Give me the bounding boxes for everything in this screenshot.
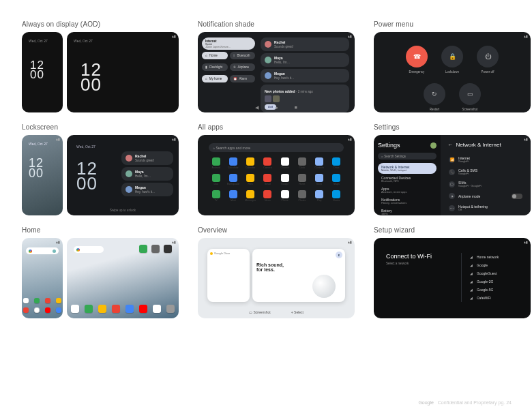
recents-icon[interactable]: ■ [295,105,297,110]
notification[interactable]: MeganHey, how's it… [121,183,173,196]
app-phone[interactable]: Phone [278,190,292,202]
app-icon[interactable] [23,307,29,313]
recent-card[interactable]: ⫿ Rich sound, for less. [252,249,345,302]
app-maps[interactable]: Maps [329,174,344,185]
app-contacts[interactable]: Contacts [312,157,327,169]
wifi-network[interactable]: ◢ CafeWiFi [470,294,518,302]
app-icon[interactable] [112,305,120,313]
app-icon[interactable] [34,307,40,313]
qs-home[interactable]: ⌂Home [202,52,228,59]
status-icons: ▲▮ [347,34,352,38]
app-icon[interactable] [45,298,50,303]
app-icon[interactable] [139,245,147,253]
notification[interactable]: MayaHello, I'm… [261,53,349,67]
wifi-icon: ◢ [470,279,474,284]
back-icon[interactable]: ◀ [255,105,258,110]
settings-nav-item[interactable]: Battery100% [378,207,437,215]
settings-nav-item[interactable]: NotificationsHistory, conversations [378,196,437,207]
notification[interactable]: MayaHello, I'm… [121,167,173,181]
profile-avatar[interactable] [430,142,437,149]
app-icon[interactable] [56,307,61,313]
wifi-network[interactable]: ◢ Google [470,261,518,269]
app-play[interactable]: Play [312,190,327,202]
app-icon[interactable] [56,298,61,303]
qs-myhome[interactable]: ⌂My home [202,75,228,82]
app-duo[interactable]: Duo [209,174,223,185]
notification[interactable]: MeganHey, how's it… [261,69,349,82]
settings-pane-item[interactable]: 📞Calls & SMSGoogleFi [447,166,524,178]
settings-pane-item[interactable]: ⋯Hotspot & tetheringOff [447,202,524,214]
wifi-network[interactable]: ◢ GoogleGuest [470,269,518,277]
settings-nav-item[interactable]: AppsAssistant, recent apps [378,185,437,196]
app-icon[interactable] [139,305,147,313]
power-restart[interactable]: ↻Restart [422,83,447,111]
app-camera[interactable]: Camera [261,157,275,169]
app-android[interactable]: Android [209,157,223,169]
app-icon[interactable] [151,245,160,253]
select-action[interactable]: ⌖ Select [291,310,304,315]
app-gmail[interactable]: Gmail [261,174,275,185]
app-calculator[interactable]: Calculator [226,157,240,169]
app-files[interactable]: Files [243,174,258,185]
app-messages[interactable]: Messages [243,190,258,202]
power-emergency[interactable]: ☎Emergency [404,46,430,74]
app-icon[interactable] [45,307,50,313]
wifi-network[interactable]: ◢ Google-5G [470,286,518,294]
search-bar[interactable] [74,246,104,253]
power-lockdown[interactable]: 🔒Lockdown [439,46,465,74]
app-chrome[interactable]: Chrome [278,157,292,169]
app-news[interactable]: News [261,190,275,202]
app-icon[interactable] [85,305,93,313]
section-label: Always on display (AOD) [22,20,179,28]
home-icon[interactable]: ● [275,105,278,110]
app-home[interactable]: Home [295,174,309,185]
split-icon[interactable]: ⫿ [336,252,342,258]
screenshot-action[interactable]: ▭ Screenshot [249,310,271,315]
settings-pane-item[interactable]: 📶InternetGoogleFi [447,153,524,166]
aod-date: Wed, Oct 27 [74,39,93,43]
mic-icon [53,249,56,253]
toggle[interactable] [512,194,522,199]
search-bar[interactable] [26,247,59,254]
qs-internet[interactable]: Internet Sprint Jackie Joyner-Kersee… [202,37,255,50]
search-icon: ⌕ [213,146,215,150]
app-drive[interactable]: Drive [329,157,344,169]
app-google[interactable]: Google [278,174,292,185]
app-tv[interactable]: TV [209,190,223,202]
app-icon[interactable] [71,305,79,313]
app-icon[interactable] [153,305,161,313]
app-books[interactable]: Books [329,190,344,202]
notification[interactable]: RachelSounds great! [261,37,349,51]
app-keep[interactable]: Keep [312,174,327,185]
qs-airplane[interactable]: ✈Airplane [230,63,256,71]
lock-phone: ▲▮ Wed, Oct 27 1200 [22,135,63,215]
recent-card[interactable]: Google Drive [207,249,250,302]
notification[interactable]: RachelSounds great! [121,151,173,165]
hero-text: Rich sound, for less. [256,262,341,272]
app-calendar[interactable]: Calendar [243,157,258,169]
app-icon[interactable] [23,298,29,303]
app-clock[interactable]: Clock [295,157,309,169]
qs-alarm[interactable]: ⏰Alarm [230,75,256,82]
settings-pane-item[interactable]: ▢SIMsGoogleFi · GoogleFi [447,178,524,190]
app-meet[interactable]: Meet [226,190,240,202]
settings-nav-item[interactable]: Connected DevicesBluetooth, NFC [378,174,437,185]
settings-pane-item[interactable]: ✈Airplane mode [447,190,524,202]
app-icon[interactable] [166,305,175,313]
app-icon[interactable] [125,305,134,313]
qs-flashlight[interactable]: ▮Flashlight [202,63,228,71]
app-icon[interactable] [164,245,172,253]
settings-search[interactable]: ⌕ Search Settings [378,153,437,160]
power-off[interactable]: ⏻Power off [475,46,501,74]
app-icon[interactable] [34,298,40,303]
wifi-network[interactable]: ◢ Google-2G [470,277,518,286]
power-screenshot[interactable]: ▭Screenshot [457,83,483,111]
qs-bluetooth[interactable]: ᛒBluetooth [230,52,256,59]
app-icon[interactable] [98,305,106,313]
app-earthquake[interactable]: Earthquake [226,174,240,185]
app-photos[interactable]: Photos [295,190,309,202]
settings-nav-item[interactable]: Network & InternetMobile, Wi-Fi, hotspot [378,163,437,174]
wifi-network[interactable]: ◢ Home network [470,253,518,261]
cell-lock: Lockscreen ▲▮ Wed, Oct 27 1200 ▲▮ Wed, O… [22,123,179,215]
search-input[interactable]: ⌕ Search apps and more [209,143,344,152]
